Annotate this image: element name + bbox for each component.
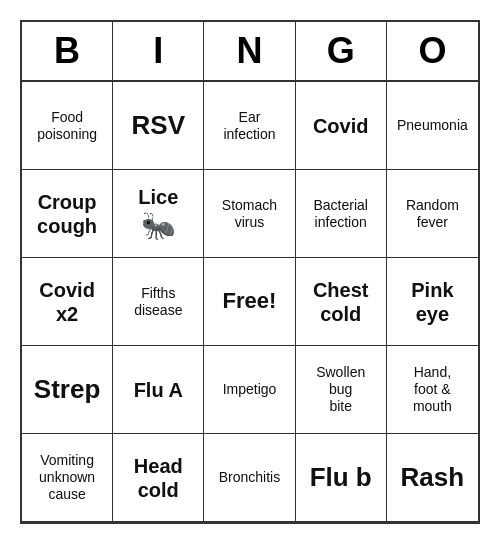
bingo-cell-5: Croupcough (22, 170, 113, 258)
header-letter-g: G (296, 22, 387, 80)
bingo-cell-16: Flu A (113, 346, 204, 434)
bingo-cell-1: RSV (113, 82, 204, 170)
cell-text-0: Foodpoisoning (37, 109, 97, 143)
header-letter-b: B (22, 22, 113, 80)
bingo-cell-2: Earinfection (204, 82, 295, 170)
bingo-cell-20: Vomitingunknowncause (22, 434, 113, 522)
bingo-cell-8: Bacterialinfection (296, 170, 387, 258)
bingo-cell-24: Rash (387, 434, 478, 522)
cell-text-4: Pneumonia (397, 117, 468, 134)
cell-text-13: Chestcold (313, 278, 369, 326)
cell-text-24: Rash (401, 462, 465, 493)
cell-text-1: RSV (132, 110, 185, 141)
cell-text-3: Covid (313, 114, 369, 138)
bingo-cell-17: Impetigo (204, 346, 295, 434)
cell-text-21: Headcold (134, 454, 183, 502)
cell-text-7: Stomachvirus (222, 197, 277, 231)
bingo-cell-9: Randomfever (387, 170, 478, 258)
bingo-cell-23: Flu b (296, 434, 387, 522)
bingo-cell-11: Fifthsdisease (113, 258, 204, 346)
cell-text-2: Earinfection (223, 109, 275, 143)
bingo-cell-13: Chestcold (296, 258, 387, 346)
cell-text-5: Croupcough (37, 190, 97, 238)
bingo-cell-14: Pinkeye (387, 258, 478, 346)
bingo-cell-22: Bronchitis (204, 434, 295, 522)
cell-text-11: Fifthsdisease (134, 285, 182, 319)
bingo-card: BINGO FoodpoisoningRSVEarinfectionCovidP… (20, 20, 480, 524)
ant-icon: 🐜 (141, 209, 176, 242)
header-letter-o: O (387, 22, 478, 80)
cell-text-20: Vomitingunknowncause (39, 452, 95, 502)
cell-text-15: Strep (34, 374, 100, 405)
bingo-cell-7: Stomachvirus (204, 170, 295, 258)
cell-text-14: Pinkeye (411, 278, 453, 326)
cell-text-8: Bacterialinfection (313, 197, 367, 231)
bingo-grid: FoodpoisoningRSVEarinfectionCovidPneumon… (22, 82, 478, 522)
cell-text-22: Bronchitis (219, 469, 280, 486)
bingo-header: BINGO (22, 22, 478, 82)
cell-text-23: Flu b (310, 462, 372, 493)
bingo-cell-6: Lice🐜 (113, 170, 204, 258)
bingo-cell-12: Free! (204, 258, 295, 346)
bingo-cell-18: Swollenbugbite (296, 346, 387, 434)
header-letter-n: N (204, 22, 295, 80)
bingo-cell-19: Hand,foot &mouth (387, 346, 478, 434)
bingo-cell-3: Covid (296, 82, 387, 170)
cell-text-17: Impetigo (223, 381, 277, 398)
lice-label: Lice (138, 185, 178, 209)
bingo-cell-15: Strep (22, 346, 113, 434)
cell-text-10: Covidx2 (39, 278, 95, 326)
header-letter-i: I (113, 22, 204, 80)
bingo-cell-21: Headcold (113, 434, 204, 522)
cell-text-12: Free! (223, 288, 277, 314)
cell-text-19: Hand,foot &mouth (413, 364, 452, 414)
cell-text-16: Flu A (134, 378, 183, 402)
cell-text-9: Randomfever (406, 197, 459, 231)
bingo-cell-10: Covidx2 (22, 258, 113, 346)
bingo-cell-0: Foodpoisoning (22, 82, 113, 170)
cell-text-18: Swollenbugbite (316, 364, 365, 414)
bingo-cell-4: Pneumonia (387, 82, 478, 170)
